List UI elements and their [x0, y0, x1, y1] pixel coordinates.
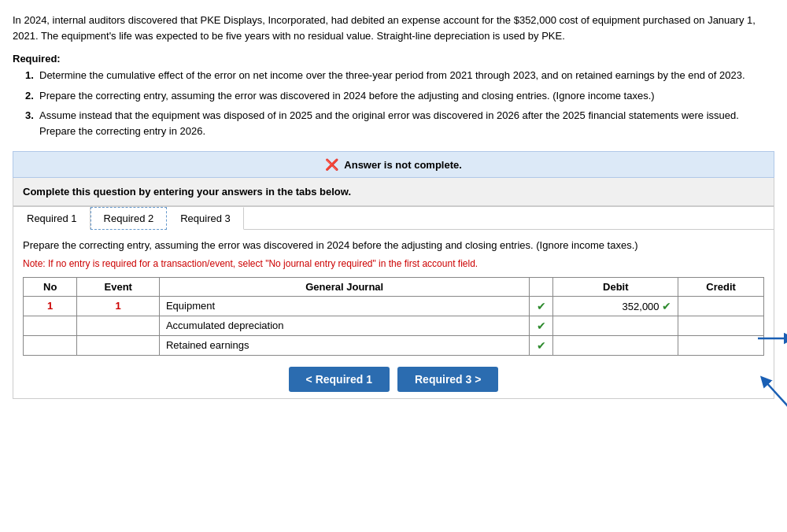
bottom-buttons: < Required 1 Required 3 >: [23, 367, 764, 392]
error-icon: ❌: [325, 158, 338, 171]
next-button[interactable]: Required 3 >: [397, 367, 498, 392]
check-icon-1: ✔: [537, 300, 546, 312]
tab-content: Prepare the correcting entry, assuming t…: [13, 229, 774, 398]
col-debit: Debit: [553, 277, 678, 296]
col-credit: Credit: [678, 277, 764, 296]
check-icon-3: ✔: [537, 339, 546, 352]
row3-no: [24, 335, 77, 355]
tabs-container: Required 1 Required 2 Required 3 Prepare…: [13, 206, 774, 399]
tabs-row: Required 1 Required 2 Required 3: [13, 206, 774, 229]
required-label: Required:: [13, 53, 774, 65]
prev-button[interactable]: < Required 1: [289, 367, 390, 392]
row1-credit[interactable]: [678, 296, 764, 316]
check-icon-debit: ✔: [662, 300, 671, 312]
row1-account[interactable]: Equipment: [159, 296, 530, 316]
table-row: 1 1 Equipment ✔ 352,000 ✔: [24, 296, 764, 316]
journal-table: No Event General Journal Debit Credit 1: [23, 277, 764, 356]
requirement-1: 1. Determine the cumulative effect of th…: [25, 68, 774, 83]
row2-event: [77, 316, 159, 335]
tab-required-3[interactable]: Required 3: [167, 207, 244, 230]
blue-arrow-diagonal: [748, 368, 787, 412]
row1-no: 1: [24, 296, 77, 316]
col-event: Event: [77, 277, 159, 296]
tab-description: Prepare the correcting entry, assuming t…: [23, 238, 764, 253]
row1-event: 1: [77, 296, 159, 316]
tab-note: Note: If no entry is required for a tran…: [23, 258, 764, 269]
blue-arrow-right: [758, 331, 787, 346]
alert-message: Answer is not complete.: [344, 159, 462, 171]
svg-line-3: [764, 380, 787, 412]
row2-debit[interactable]: [553, 316, 678, 335]
col-no: No: [24, 277, 77, 296]
row1-debit[interactable]: 352,000 ✔: [553, 296, 678, 316]
requirement-3: 3. Assume instead that the equipment was…: [25, 108, 774, 139]
tab-required-1[interactable]: Required 1: [13, 207, 91, 230]
row3-account[interactable]: Retained earnings: [159, 335, 530, 355]
requirement-2: 2. Prepare the correcting entry, assumin…: [25, 88, 774, 104]
tab-required-2[interactable]: Required 2: [91, 207, 168, 230]
check-icon-2: ✔: [537, 320, 546, 332]
row1-check: ✔: [530, 296, 553, 316]
row2-no: [24, 316, 77, 335]
intro-paragraph: In 2024, internal auditors discovered th…: [13, 13, 774, 43]
row2-account[interactable]: Accumulated depreciation: [159, 316, 530, 335]
col-general-journal: General Journal: [159, 277, 530, 296]
alert-box: ❌ Answer is not complete.: [13, 151, 774, 178]
row3-debit[interactable]: [553, 335, 678, 355]
requirements-list: 1. Determine the cumulative effect of th…: [13, 68, 774, 139]
complete-instruction: Complete this question by entering your …: [13, 178, 774, 206]
row3-check: ✔: [530, 335, 553, 355]
row2-check: ✔: [530, 316, 553, 335]
row3-credit[interactable]: [678, 335, 764, 355]
table-row: Retained earnings ✔: [24, 335, 764, 355]
row3-event: [77, 335, 159, 355]
row2-credit[interactable]: [678, 316, 764, 335]
table-row: Accumulated depreciation ✔: [24, 316, 764, 335]
col-check-header: [530, 277, 553, 296]
